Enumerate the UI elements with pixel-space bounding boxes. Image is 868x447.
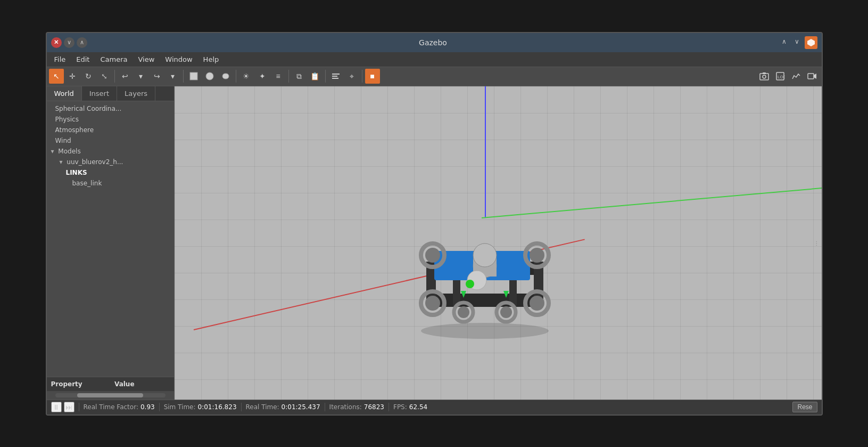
- svg-point-41: [466, 280, 474, 288]
- tree-item-label: Models: [58, 148, 80, 155]
- property-header: Property Value: [47, 377, 174, 391]
- expand-arrow-uuv: ▾: [60, 158, 63, 166]
- real-time-label: Real Time:: [246, 403, 279, 411]
- rtf-value: 0.93: [140, 403, 155, 411]
- svg-marker-39: [503, 291, 509, 298]
- tab-insert[interactable]: Insert: [82, 86, 117, 101]
- svg-rect-5: [332, 76, 337, 77]
- svg-point-32: [525, 291, 549, 315]
- rotate-tool[interactable]: ↻: [81, 69, 96, 84]
- svg-point-33: [530, 296, 544, 311]
- insert-cylinder[interactable]: [218, 69, 233, 84]
- menu-camera[interactable]: Camera: [95, 54, 133, 64]
- point-light[interactable]: ✦: [255, 69, 270, 84]
- svg-marker-0: [807, 39, 815, 46]
- sim-time-value: 0:01:16.823: [198, 403, 237, 411]
- close-button[interactable]: ✕: [51, 37, 62, 48]
- tree-uuv-model[interactable]: ▾ uuv_bluerov2_h...: [47, 157, 174, 167]
- svg-rect-1: [190, 72, 197, 80]
- undo-button[interactable]: ↩: [118, 69, 133, 84]
- menu-help[interactable]: Help: [198, 54, 225, 64]
- svg-point-30: [421, 291, 444, 315]
- log-button[interactable]: LOG: [773, 69, 788, 84]
- tree-item-label: uuv_bluerov2_h...: [67, 158, 123, 166]
- status-sep-5: [388, 403, 389, 411]
- step-button[interactable]: ⏭: [64, 402, 75, 412]
- sidebar-scrollbar[interactable]: [55, 393, 166, 397]
- sidebar-tabs: World Insert Layers: [47, 86, 174, 101]
- tree-models[interactable]: ▾ Models: [47, 146, 174, 157]
- pause-button[interactable]: ⏸: [51, 402, 62, 412]
- align-button[interactable]: [328, 69, 343, 84]
- app-icon: [805, 36, 817, 49]
- titlebar-down-button[interactable]: ∨: [792, 36, 803, 47]
- menu-file[interactable]: File: [49, 54, 71, 64]
- svg-rect-22: [485, 251, 530, 280]
- redo-dropdown[interactable]: ▾: [166, 69, 180, 84]
- insert-sphere[interactable]: [202, 69, 217, 84]
- menu-edit[interactable]: Edit: [71, 54, 95, 64]
- svg-rect-24: [473, 255, 497, 277]
- sim-time-label: Sim Time:: [164, 403, 196, 411]
- scale-tool[interactable]: ⤡: [97, 69, 112, 84]
- fps: FPS: 62.54: [393, 403, 427, 411]
- sep-3: [236, 70, 236, 83]
- svg-rect-12: [808, 74, 814, 79]
- tree-atmosphere[interactable]: Atmosphere: [47, 125, 174, 135]
- iterations: Iterations: 76823: [329, 403, 384, 411]
- minimize-button[interactable]: ∨: [64, 37, 75, 48]
- tree-links[interactable]: LINKS: [47, 167, 174, 178]
- window-controls: ✕ ∨ ∧: [51, 37, 87, 48]
- tree-item-label: base_link: [72, 180, 102, 187]
- sun-light[interactable]: ☀: [239, 69, 254, 84]
- sep-4: [288, 70, 289, 83]
- tree-item-label: Spherical Coordina...: [55, 105, 122, 112]
- svg-rect-20: [509, 262, 517, 307]
- tab-world[interactable]: World: [47, 86, 82, 101]
- svg-point-23: [473, 254, 497, 278]
- sidebar-scrollbar-thumb: [77, 393, 143, 397]
- titlebar-up-button[interactable]: ∧: [779, 36, 790, 47]
- sep-1: [114, 70, 115, 83]
- fps-label: FPS:: [393, 403, 407, 411]
- snap-button[interactable]: ⌖: [344, 69, 359, 84]
- tree-physics[interactable]: Physics: [47, 114, 174, 125]
- window-title: Gazebo: [87, 38, 779, 47]
- reset-button[interactable]: Rese: [792, 402, 817, 412]
- sep-5: [325, 70, 326, 83]
- menu-view[interactable]: View: [133, 54, 160, 64]
- directional-light[interactable]: ≡: [271, 69, 286, 84]
- copy-button[interactable]: ⧉: [292, 69, 307, 84]
- svg-rect-6: [332, 78, 338, 79]
- translate-tool[interactable]: ✛: [65, 69, 80, 84]
- svg-point-34: [454, 303, 473, 322]
- tree-wind[interactable]: Wind: [47, 135, 174, 146]
- menu-window[interactable]: Window: [160, 54, 197, 64]
- undo-dropdown[interactable]: ▾: [134, 69, 148, 84]
- real-time-factor: Real Time Factor: 0.93: [84, 403, 155, 411]
- video-button[interactable]: [805, 69, 820, 84]
- sep-2: [183, 70, 184, 83]
- plot-button[interactable]: [789, 69, 804, 84]
- real-time-value: 0:01:25.437: [282, 403, 320, 411]
- svg-point-2: [206, 72, 213, 80]
- paste-button[interactable]: 📋: [308, 69, 323, 84]
- property-col-name: Property: [47, 379, 111, 389]
- tree-base-link[interactable]: base_link: [47, 178, 174, 189]
- maximize-button[interactable]: ∧: [77, 37, 87, 48]
- screenshot-button[interactable]: [757, 69, 772, 84]
- cursor-tool[interactable]: ↖: [49, 69, 64, 84]
- x-axis-line: [482, 173, 821, 219]
- active-mode-button[interactable]: ■: [365, 69, 380, 84]
- redo-button[interactable]: ↪: [150, 69, 164, 84]
- insert-box[interactable]: [186, 69, 201, 84]
- svg-rect-19: [453, 262, 460, 307]
- 3d-viewport[interactable]: ⋮: [175, 86, 822, 400]
- sidebar: World Insert Layers Spherical Coordina..…: [47, 86, 175, 400]
- sidebar-tree[interactable]: Spherical Coordina... Physics Atmosphere…: [47, 101, 174, 377]
- y-axis-line: [485, 86, 486, 218]
- tab-layers[interactable]: Layers: [117, 86, 155, 101]
- robot-svg: [394, 219, 575, 342]
- tree-spherical-coordinates[interactable]: Spherical Coordina...: [47, 103, 174, 114]
- z-axis-line: [194, 239, 585, 331]
